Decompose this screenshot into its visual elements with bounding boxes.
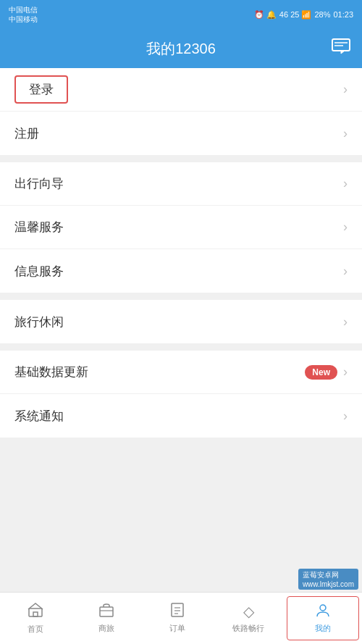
travel-guide-item[interactable]: 出行向导 ›	[0, 162, 362, 206]
mine-icon	[315, 603, 331, 620]
svg-rect-4	[33, 612, 38, 616]
register-item[interactable]: 注册 ›	[0, 112, 362, 155]
carrier2-label: 中国移动	[9, 14, 38, 24]
svg-point-11	[320, 605, 326, 611]
status-icons: ⏰ 🔔	[254, 10, 277, 20]
watermark-url: www.lmkjst.com	[303, 580, 354, 588]
home-nav-label: 首页	[28, 624, 43, 635]
data-update-label: 基础数据更新	[14, 364, 88, 380]
bottom-nav: 首页 商旅 订单 ◇ 铁路畅行	[0, 592, 362, 644]
data-update-chevron-icon: ›	[343, 364, 348, 380]
info-service-item[interactable]: 信息服务 ›	[0, 249, 362, 293]
login-item[interactable]: 登录 ›	[0, 68, 362, 112]
travel-leisure-chevron-icon: ›	[343, 314, 348, 330]
header: 我的12306	[0, 29, 362, 68]
svg-rect-7	[172, 603, 183, 616]
info-service-label: 信息服务	[14, 263, 64, 280]
login-item-right: ›	[343, 82, 348, 97]
main-content: 登录 › 注册 › 出行向导 › 温馨服务	[0, 68, 362, 592]
login-item-left: 登录	[14, 75, 68, 104]
services-group: 出行向导 › 温馨服务 › 信息服务 ›	[0, 162, 362, 293]
leisure-group: 旅行休闲 ›	[0, 300, 362, 343]
svg-rect-5	[100, 607, 113, 616]
orders-nav-label: 订单	[169, 623, 185, 634]
register-item-right: ›	[343, 126, 348, 141]
system-notify-label: 系统通知	[14, 408, 64, 425]
rail-icon: ◇	[243, 603, 254, 620]
register-item-left: 注册	[14, 125, 39, 142]
carrier-info: 中国电信 中国移动	[9, 5, 38, 24]
travel-leisure-item[interactable]: 旅行休闲 ›	[0, 300, 362, 343]
status-indicators: ⏰ 🔔 46 25 📶 28% 01:23	[254, 10, 353, 20]
carrier1-label: 中国电信	[9, 5, 38, 14]
login-chevron-icon: ›	[343, 82, 348, 97]
status-bar: 中国电信 中国移动 ⏰ 🔔 46 25 📶 28% 01:23	[0, 0, 362, 29]
travel-guide-chevron-icon: ›	[343, 176, 348, 191]
new-badge: New	[305, 365, 337, 380]
time-label: 01:23	[333, 10, 353, 19]
register-label: 注册	[14, 125, 39, 142]
warm-service-item[interactable]: 温馨服务 ›	[0, 206, 362, 249]
nav-mine[interactable]: 我的	[287, 596, 359, 640]
signal-icon: 46 25 📶	[279, 10, 312, 20]
register-chevron-icon: ›	[343, 126, 348, 141]
data-update-item[interactable]: 基础数据更新 New ›	[0, 351, 362, 394]
nav-home[interactable]: 首页	[0, 597, 71, 640]
battery-label: 28%	[314, 10, 330, 19]
info-service-chevron-icon: ›	[343, 264, 348, 279]
message-icon[interactable]	[332, 38, 350, 59]
rail-nav-label: 铁路畅行	[232, 623, 264, 634]
login-label: 登录	[14, 75, 68, 104]
system-notify-item[interactable]: 系统通知 ›	[0, 394, 362, 438]
watermark: 蓝莓安卓网 www.lmkjst.com	[298, 569, 358, 590]
orders-icon	[169, 603, 185, 620]
svg-rect-0	[332, 39, 350, 51]
nav-orders[interactable]: 订单	[142, 597, 213, 640]
watermark-text: 蓝莓安卓网	[303, 571, 339, 579]
travel-leisure-label: 旅行休闲	[14, 314, 64, 330]
business-icon	[98, 603, 114, 620]
warm-service-label: 温馨服务	[14, 219, 64, 235]
system-group: 基础数据更新 New › 系统通知 ›	[0, 351, 362, 438]
mine-nav-label: 我的	[315, 623, 331, 634]
page-title: 我的12306	[146, 39, 216, 59]
travel-guide-label: 出行向导	[14, 175, 64, 192]
home-icon	[28, 603, 43, 621]
system-notify-chevron-icon: ›	[343, 409, 348, 424]
nav-rail[interactable]: ◇ 铁路畅行	[213, 597, 284, 640]
business-nav-label: 商旅	[98, 623, 114, 634]
auth-group: 登录 › 注册 ›	[0, 68, 362, 155]
nav-business[interactable]: 商旅	[71, 597, 142, 640]
warm-service-chevron-icon: ›	[343, 219, 348, 235]
